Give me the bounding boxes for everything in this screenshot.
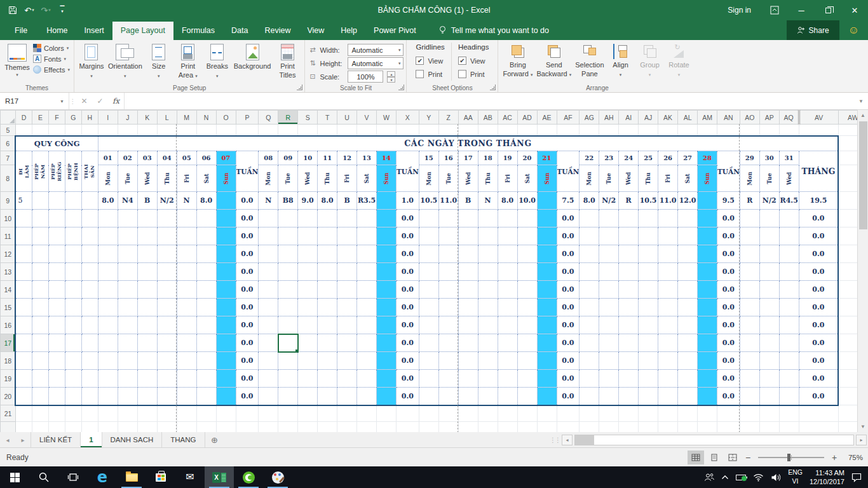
cell-AI19[interactable] <box>619 370 639 388</box>
cell-Z13[interactable] <box>438 263 458 281</box>
cell-T16[interactable] <box>318 316 337 334</box>
weekday-27[interactable]: Sat <box>678 165 698 192</box>
redo-button[interactable]: ↷▾ <box>38 2 53 18</box>
cell-Y17[interactable] <box>419 334 438 352</box>
cell-G20[interactable] <box>65 388 81 405</box>
zoom-slider-thumb[interactable] <box>787 454 790 461</box>
action-center-icon[interactable] <box>851 473 862 482</box>
zoom-in-icon[interactable]: + <box>829 452 839 463</box>
cell-N12[interactable] <box>196 245 216 263</box>
cell-AP13[interactable] <box>759 263 779 281</box>
cell-AP9[interactable]: N/2 <box>759 192 779 210</box>
cell-AE16[interactable] <box>537 316 557 334</box>
empty-cell[interactable] <box>740 125 759 136</box>
cell-AG9[interactable]: 8.0 <box>580 192 599 210</box>
weekday-28[interactable]: Sun <box>698 165 717 192</box>
cell-AB11[interactable] <box>478 227 498 245</box>
empty-cell[interactable] <box>698 422 717 433</box>
empty-cell[interactable] <box>65 125 81 136</box>
weekday-29[interactable]: Mon <box>740 165 759 192</box>
cell-AE19[interactable] <box>537 370 557 388</box>
enter-icon[interactable]: ✓ <box>92 93 108 109</box>
cell-AF18[interactable]: 0.0 <box>557 352 580 370</box>
weekday-22[interactable]: Mon <box>580 165 599 192</box>
empty-cell[interactable] <box>580 422 599 433</box>
cell-AE9[interactable] <box>537 192 557 210</box>
cell-X18[interactable]: 0.0 <box>397 352 419 370</box>
empty-cell[interactable] <box>759 405 779 422</box>
weekday-21[interactable]: Sun <box>537 165 557 192</box>
effects-button[interactable]: Effects▾ <box>33 65 70 74</box>
cell-V13[interactable] <box>357 263 377 281</box>
day-number-12[interactable]: 12 <box>337 151 357 165</box>
cell-J13[interactable] <box>118 263 137 281</box>
column-header-AM[interactable]: AM <box>698 111 717 125</box>
ribbon-tab-formulas[interactable]: Formulas <box>173 22 223 40</box>
cell-AJ13[interactable] <box>639 263 658 281</box>
cell-Z19[interactable] <box>438 370 458 388</box>
cell-AV16[interactable]: 0.0 <box>799 316 838 334</box>
column-header-AG[interactable]: AG <box>580 111 599 125</box>
weekday-24[interactable]: Wed <box>619 165 639 192</box>
cell-N16[interactable] <box>196 316 216 334</box>
zoom-slider[interactable] <box>758 457 824 458</box>
cell-F9[interactable] <box>48 192 65 210</box>
ribbon-tab-review[interactable]: Review <box>256 22 299 40</box>
empty-cell[interactable] <box>740 405 759 422</box>
cell-AA10[interactable] <box>458 210 478 227</box>
empty-cell[interactable] <box>278 125 298 136</box>
column-header-AB[interactable]: AB <box>478 111 498 125</box>
day-number-27[interactable]: 27 <box>678 151 698 165</box>
cell-AH16[interactable] <box>599 316 619 334</box>
weekday-31[interactable]: Wed <box>779 165 799 192</box>
cell-AC11[interactable] <box>498 227 517 245</box>
weekday-03[interactable]: Wed <box>137 165 157 192</box>
cell-AD11[interactable] <box>517 227 537 245</box>
cell-O20[interactable] <box>216 388 236 405</box>
print-titles-button[interactable]: PrintTitles <box>273 42 302 81</box>
column-header-W[interactable]: W <box>377 111 397 125</box>
row-header-7[interactable]: 7 <box>1 151 16 165</box>
cell-L17[interactable] <box>157 334 177 352</box>
cell-L10[interactable] <box>157 210 177 227</box>
cell-AB18[interactable] <box>478 352 498 370</box>
scroll-left-icon[interactable]: ◂ <box>562 435 573 445</box>
cell-AJ19[interactable] <box>639 370 658 388</box>
cell-P10[interactable]: 0.0 <box>236 210 259 227</box>
cell-AB14[interactable] <box>478 281 498 299</box>
column-header-F[interactable]: F <box>48 111 65 125</box>
edge-icon[interactable]: e <box>88 466 117 488</box>
cell-R19[interactable] <box>278 370 298 388</box>
cell-AN13[interactable]: 0.0 <box>717 263 740 281</box>
empty-cell[interactable] <box>799 405 838 422</box>
hidden-icons-chevron[interactable] <box>721 475 729 480</box>
cell-AF14[interactable]: 0.0 <box>557 281 580 299</box>
weekday-13[interactable]: Sat <box>357 165 377 192</box>
cell-AJ16[interactable] <box>639 316 658 334</box>
vertical-scrollbar[interactable]: ▲ ▼ <box>857 110 868 432</box>
cell-P14[interactable]: 0.0 <box>236 281 259 299</box>
cell-G14[interactable] <box>65 281 81 299</box>
undo-button[interactable]: ↶▾ <box>22 2 37 18</box>
scale-spinner[interactable]: ▴▾ <box>387 71 395 83</box>
column-header-N[interactable]: N <box>196 111 216 125</box>
coccoc-icon[interactable] <box>234 466 263 488</box>
cell-P12[interactable]: 0.0 <box>236 245 259 263</box>
cell-P16[interactable]: 0.0 <box>236 316 259 334</box>
minimize-icon[interactable]: ─ <box>788 0 815 20</box>
cell-AH17[interactable] <box>599 334 619 352</box>
cell-AV15[interactable]: 0.0 <box>799 299 838 316</box>
empty-cell[interactable] <box>397 422 419 433</box>
cell-AO10[interactable] <box>740 210 759 227</box>
task-view-icon[interactable] <box>58 466 88 488</box>
row-header-19[interactable]: 19 <box>1 370 16 388</box>
volume-icon[interactable] <box>771 473 781 482</box>
cell-AA18[interactable] <box>458 352 478 370</box>
cell-D14[interactable] <box>15 281 32 299</box>
cell-AV9[interactable]: 19.5 <box>799 192 838 210</box>
cell-AL14[interactable] <box>678 281 698 299</box>
cell-AV17[interactable]: 0.0 <box>799 334 838 352</box>
cell-AJ20[interactable] <box>639 388 658 405</box>
cell-H13[interactable] <box>81 263 98 281</box>
scroll-down-icon[interactable]: ▼ <box>858 421 868 432</box>
